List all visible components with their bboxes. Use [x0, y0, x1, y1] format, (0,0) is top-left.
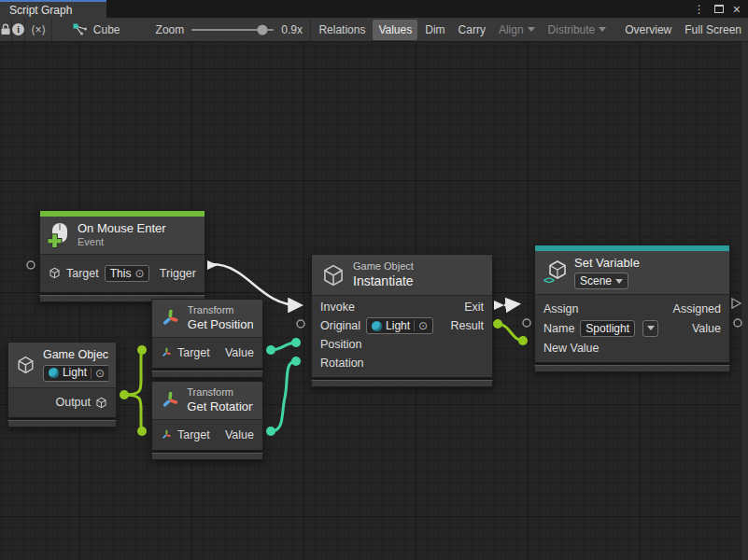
- values-button[interactable]: Values: [373, 20, 417, 40]
- port-exit-output[interactable]: [494, 301, 504, 310]
- tab-script-graph[interactable]: Script Graph: [0, 0, 106, 18]
- lock-button[interactable]: [0, 18, 12, 41]
- script-graph-window: Script Graph ⋮ × i ⟨×⟩: [0, 0, 748, 560]
- zoom-control: Zoom 0.9x: [156, 23, 303, 36]
- window-controls: ⋮ ×: [694, 0, 748, 18]
- node-title: Set Variable: [574, 256, 640, 271]
- invoke-label: Invoke: [320, 301, 355, 314]
- object-picker-icon[interactable]: ⊙: [418, 320, 428, 331]
- align-label: Align: [499, 23, 524, 36]
- value-label: Value: [692, 322, 721, 335]
- wire-output-to-getposition-target: [124, 350, 142, 395]
- carry-button[interactable]: Carry: [453, 20, 491, 40]
- original-value-field[interactable]: Light ⊙: [366, 317, 433, 334]
- new-value-label: New Value: [543, 342, 600, 355]
- node-set-variable[interactable]: <> Set Variable Scene Ass: [534, 245, 730, 372]
- object-picker-icon[interactable]: ⊙: [134, 268, 144, 279]
- target-label: Target: [66, 267, 99, 280]
- variable-name-dropdown[interactable]: [642, 320, 658, 337]
- field-divider: [414, 320, 415, 331]
- graph-canvas[interactable]: On Mouse Enter Event Target This ⊙: [0, 42, 748, 560]
- variable-name-field[interactable]: Spotlight: [580, 320, 635, 337]
- node-title: Get Position: [188, 317, 253, 332]
- target-label: Target: [177, 428, 210, 441]
- port-getposition-value[interactable]: [266, 345, 275, 355]
- target-value-field[interactable]: This ⊙: [105, 265, 150, 282]
- toolbar-buttons: Relations Values Dim Carry Align Distrib…: [312, 18, 748, 41]
- set-variable-icon: <>: [544, 260, 567, 285]
- node-footer: [534, 365, 730, 372]
- port-name-input[interactable]: [523, 319, 530, 327]
- node-title: Instantiate: [353, 273, 414, 290]
- zoom-slider[interactable]: [191, 29, 274, 31]
- overview-button[interactable]: Overview: [619, 20, 677, 40]
- port-original-input[interactable]: [297, 320, 304, 328]
- node-title: Game Object: [43, 348, 108, 363]
- exit-label: Exit: [464, 301, 484, 314]
- graph-icon: [73, 23, 88, 35]
- maximize-icon[interactable]: [714, 5, 724, 13]
- position-label: Position: [320, 338, 361, 351]
- variable-scope-dropdown[interactable]: Scene: [574, 273, 628, 289]
- node-footer: [151, 453, 263, 460]
- port-target-onmouseenter[interactable]: [27, 261, 35, 269]
- zoom-slider-handle[interactable]: [257, 24, 267, 35]
- chevron-down-icon: [615, 279, 623, 284]
- result-label: Result: [451, 319, 484, 332]
- field-divider: [91, 368, 92, 379]
- unity-object-icon: [49, 368, 59, 378]
- graph-reference[interactable]: Cube: [73, 23, 120, 36]
- value-label: Value: [225, 428, 254, 441]
- menu-icon[interactable]: ⋮: [694, 3, 705, 16]
- original-label: Original: [320, 319, 360, 332]
- scrollbar-track[interactable]: [741, 42, 748, 560]
- zoom-value: 0.9x: [281, 23, 303, 36]
- variables-button[interactable]: ⟨×⟩: [25, 18, 52, 41]
- node-on-mouse-enter[interactable]: On Mouse Enter Event Target This ⊙: [39, 210, 205, 302]
- assign-label: Assign: [543, 302, 579, 315]
- node-get-position[interactable]: Transform Get Position Target Value: [151, 299, 263, 378]
- light-value-field[interactable]: Light ⊙: [43, 365, 108, 382]
- wire-exit-to-assign: [504, 304, 516, 305]
- port-result-output[interactable]: [493, 319, 502, 329]
- port-getrotation-value[interactable]: [266, 427, 275, 436]
- scope-value: Scene: [580, 274, 612, 288]
- close-icon[interactable]: ×: [733, 5, 741, 14]
- transform-icon: [161, 429, 172, 441]
- node-category: Transform: [187, 386, 253, 399]
- node-category: Game Object: [353, 260, 414, 273]
- align-button[interactable]: Align: [493, 20, 541, 40]
- node-get-rotation[interactable]: Transform Get Rotation Target Value: [151, 381, 263, 460]
- node-light-object[interactable]: Game Object Light ⊙: [7, 342, 117, 427]
- game-object-icon: [321, 263, 346, 287]
- port-light-output[interactable]: [120, 390, 129, 399]
- node-footer: [7, 420, 117, 427]
- port-getposition-target[interactable]: [137, 345, 147, 355]
- transform-icon: [160, 390, 179, 411]
- port-getrotation-target[interactable]: [137, 427, 147, 436]
- tab-title: Script Graph: [9, 4, 72, 17]
- port-assigned-output[interactable]: [732, 299, 741, 308]
- mouse-enter-icon: [48, 222, 70, 248]
- value-label: Value: [225, 346, 254, 359]
- port-newvalue-input[interactable]: [518, 336, 528, 345]
- dim-button[interactable]: Dim: [419, 20, 450, 40]
- port-position-input[interactable]: [291, 338, 301, 347]
- chevron-down-icon: [599, 27, 606, 32]
- distribute-button[interactable]: Distribute: [543, 20, 613, 40]
- game-object-icon: [16, 355, 35, 375]
- object-picker-icon[interactable]: ⊙: [95, 368, 105, 379]
- chevron-down-icon: [647, 326, 655, 330]
- light-value: Light: [63, 366, 87, 380]
- port-trigger-output[interactable]: [207, 260, 218, 270]
- node-footer: [311, 380, 493, 387]
- trigger-label: Trigger: [160, 267, 196, 280]
- code-icon: ⟨×⟩: [31, 23, 46, 36]
- port-rotation-input[interactable]: [291, 357, 301, 366]
- fullscreen-button[interactable]: Full Screen: [679, 20, 747, 40]
- inspect-button[interactable]: i: [12, 18, 25, 41]
- output-label: Output: [55, 396, 91, 409]
- relations-button[interactable]: Relations: [313, 20, 371, 40]
- wire-getrotation-value-to-rotation: [271, 361, 296, 431]
- node-instantiate[interactable]: Game Object Instantiate Invoke Exit Orig…: [311, 254, 493, 387]
